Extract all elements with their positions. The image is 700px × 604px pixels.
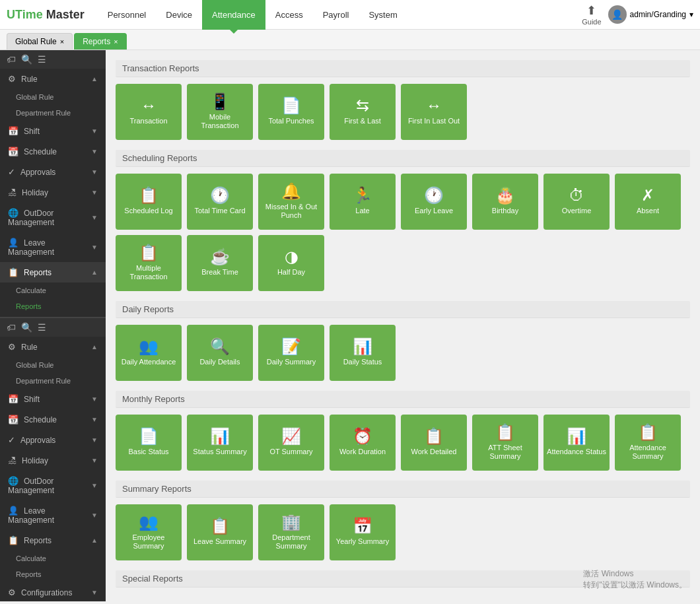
card-icon: 📄 (139, 428, 158, 444)
report-card-multiple-transaction[interactable]: 📋Multiple Transaction (116, 235, 182, 291)
report-card-first-in-last-out[interactable]: ↔First In Last Out (401, 84, 467, 140)
nav-items: PersonnelDeviceAttendanceAccessPayrollSy… (98, 0, 582, 30)
sidebar-sub-calculate-2[interactable]: Calculate (0, 551, 106, 566)
sidebar-sub-global-rule-1[interactable]: Global Rule (0, 89, 106, 105)
nav-item-personnel[interactable]: Personnel (98, 0, 157, 30)
sidebar-item-leave-1[interactable]: 👤Leave Management ▼ (0, 232, 106, 262)
report-card-total-time-card[interactable]: 🕐Total Time Card (187, 174, 253, 230)
report-card-basic-status[interactable]: 📄Basic Status (116, 415, 182, 471)
card-label: Missed In & Out Punch (262, 203, 321, 220)
sidebar-sub-dept-rule-1[interactable]: Department Rule (0, 105, 106, 121)
report-card-absent[interactable]: ✗Absent (615, 174, 681, 230)
report-card-work-detailed[interactable]: 📋Work Detailed (401, 415, 467, 471)
report-card-yearly-summary[interactable]: 📅Yearly Summary (330, 504, 396, 560)
nav-item-device[interactable]: Device (156, 0, 202, 30)
nav-item-access[interactable]: Access (265, 0, 313, 30)
card-icon: ✗ (641, 187, 654, 203)
section-summary-reports: Summary Reports👥Employee Summary📋Leave S… (116, 481, 690, 560)
guide-button[interactable]: ⬆ Guide (582, 3, 601, 26)
report-card-first---last[interactable]: ⇆First & Last (330, 84, 396, 140)
report-card-attendance-status[interactable]: 📊Attendance Status (543, 415, 610, 471)
report-card-status-summary[interactable]: 📊Status Summary (187, 415, 253, 471)
nav-item-system[interactable]: System (359, 0, 407, 30)
sidebar-item-schedule-2[interactable]: 📆Schedule ▼ (0, 409, 106, 430)
report-card-transaction[interactable]: ↔Transaction (116, 84, 182, 140)
tab-close-reports[interactable]: × (114, 38, 118, 46)
report-card-scheduled-log[interactable]: 📋Scheduled Log (116, 174, 182, 230)
report-grid: 👥Employee Summary📋Leave Summary🏢Departme… (116, 504, 690, 560)
sidebar-item-holiday-2[interactable]: 🏖Holiday ▼ (0, 450, 106, 471)
report-card-department-summary[interactable]: 🏢Department Summary (258, 504, 324, 560)
nav-item-payroll[interactable]: Payroll (313, 0, 359, 30)
menu-icon[interactable]: ☰ (38, 54, 46, 65)
card-label: Mobile Transaction (190, 113, 250, 130)
card-icon: ↔ (141, 98, 157, 114)
card-icon: 📅 (353, 518, 372, 534)
sidebar-item-shift-1[interactable]: 📅Shift ▼ (0, 121, 106, 141)
report-card-birthday[interactable]: 🎂Birthday (472, 174, 538, 230)
user-button[interactable]: 👤 admin/Granding ▾ (608, 5, 693, 24)
sidebar-sub-calculate-1[interactable]: Calculate (0, 283, 106, 298)
tab-global-rule[interactable]: Global Rule× (7, 33, 73, 50)
card-label: Daily Attendance (122, 358, 176, 366)
card-icon: 🏢 (281, 514, 301, 530)
report-card-total-punches[interactable]: 📄Total Punches (258, 84, 324, 140)
report-card-attendance-summary[interactable]: 📋Attendance Summary (615, 415, 681, 471)
card-label: Employee Summary (119, 533, 178, 551)
card-icon: ◑ (285, 249, 298, 265)
report-card-half-day[interactable]: ◑Half Day (258, 235, 324, 291)
card-icon: 📱 (210, 94, 230, 110)
report-card-missed-in---out-punch[interactable]: 🔔Missed In & Out Punch (258, 174, 324, 230)
guide-label: Guide (582, 18, 601, 26)
sidebar-item-configurations[interactable]: ⚙Configurations ▼ (0, 582, 106, 601)
card-label: Leave Summary (193, 537, 246, 546)
report-card-daily-status[interactable]: 📊Daily Status (330, 325, 396, 381)
sidebar-sub-reports-2[interactable]: Reports (0, 566, 106, 582)
sidebar-sub-reports-1[interactable]: Reports (0, 298, 106, 314)
section-title: Special Reports (116, 570, 690, 587)
report-card-overtime[interactable]: ⏱Overtime (543, 174, 610, 230)
sidebar-item-reports-2[interactable]: 📋Reports ▲ (0, 530, 106, 551)
card-icon: 📈 (281, 428, 301, 444)
sidebar-item-rule-1[interactable]: ⚙Rule ▲ (0, 69, 106, 89)
sidebar-item-leave-2[interactable]: 👤Leave Management ▼ (0, 500, 106, 530)
report-card-late[interactable]: 🏃Late (330, 174, 396, 230)
sidebar-item-shift-2[interactable]: 📅Shift ▼ (0, 389, 106, 409)
card-label: Status Summary (193, 448, 246, 456)
sidebar-item-approvals-1[interactable]: ✓Approvals ▼ (0, 162, 106, 182)
report-card-att-sheet-summary[interactable]: 📋ATT Sheet Summary (472, 415, 538, 471)
tag-icon[interactable]: 🏷 (7, 54, 16, 65)
report-card-daily-attendance[interactable]: 👥Daily Attendance (116, 325, 182, 381)
report-card-early-leave[interactable]: 🕐Early Leave (401, 174, 467, 230)
report-card-mobile-transaction[interactable]: 📱Mobile Transaction (187, 84, 253, 140)
sidebar-item-approvals-2[interactable]: ✓Approvals ▼ (0, 430, 106, 450)
sidebar-sub-dept-rule-2[interactable]: Department Rule (0, 373, 106, 389)
menu-icon-2[interactable]: ☰ (38, 322, 46, 333)
search-icon[interactable]: 🔍 (21, 54, 32, 65)
card-icon: 📊 (210, 428, 230, 444)
section-title: Daily Reports (116, 301, 690, 318)
card-icon: 🕐 (424, 187, 444, 203)
sidebar-item-holiday-1[interactable]: 🏖Holiday ▼ (0, 182, 106, 203)
report-card-daily-summary[interactable]: 📝Daily Summary (258, 325, 324, 381)
report-card-employee-summary[interactable]: 👥Employee Summary (116, 504, 182, 560)
sidebar-item-rule-2[interactable]: ⚙Rule ▲ (0, 337, 106, 357)
sidebar-sub-global-rule-2[interactable]: Global Rule (0, 357, 106, 373)
report-card-daily-details[interactable]: 🔍Daily Details (187, 325, 253, 381)
tag-icon-2[interactable]: 🏷 (7, 322, 16, 333)
section-title: Transaction Reports (116, 60, 690, 77)
tab-close-global rule[interactable]: × (60, 38, 64, 46)
report-grid: 👥Daily Attendance🔍Daily Details📝Daily Su… (116, 325, 690, 381)
sidebar-item-outdoor-2[interactable]: 🌐OutDoor Management ▼ (0, 471, 106, 500)
sidebar-item-reports-1[interactable]: 📋Reports ▲ (0, 262, 106, 283)
report-card-work-duration[interactable]: ⏰Work Duration (330, 415, 396, 471)
report-card-break-time[interactable]: ☕Break Time (187, 235, 253, 291)
report-card-leave-summary[interactable]: 📋Leave Summary (187, 504, 253, 560)
report-grid: 📋Scheduled Log🕐Total Time Card🔔Missed In… (116, 174, 690, 291)
tab-reports[interactable]: Reports× (74, 33, 126, 50)
search-icon-2[interactable]: 🔍 (21, 322, 32, 333)
sidebar-item-outdoor-1[interactable]: 🌐OutDoor Management ▼ (0, 203, 106, 232)
report-card-ot-summary[interactable]: 📈OT Summary (258, 415, 324, 471)
nav-item-attendance[interactable]: Attendance (202, 0, 265, 30)
sidebar-item-schedule-1[interactable]: 📆Schedule ▼ (0, 141, 106, 162)
